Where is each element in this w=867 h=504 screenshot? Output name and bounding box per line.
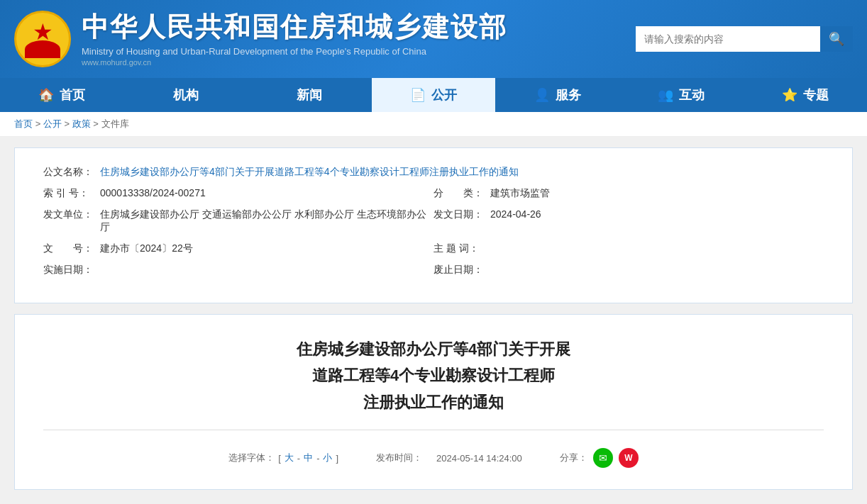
publish-label: 发布时间： bbox=[376, 452, 422, 464]
nav-label-interact: 互动 bbox=[679, 86, 705, 103]
open-icon: 📄 bbox=[410, 87, 426, 103]
service-icon: 👤 bbox=[534, 87, 550, 103]
nav-label-org: 机构 bbox=[173, 86, 199, 103]
doc-effective-label: 实施日期： bbox=[43, 264, 100, 276]
doc-number-value: 建办市〔2024〕22号 bbox=[100, 242, 434, 255]
doc-date-label: 发文日期： bbox=[434, 208, 490, 242]
doc-ref-value: 000013338/2024-00271 bbox=[100, 187, 434, 198]
wechat-icon: ✉ bbox=[599, 452, 607, 464]
weibo-share-button[interactable]: W bbox=[619, 448, 639, 468]
nav-item-org[interactable]: 机构 bbox=[124, 78, 248, 112]
font-size-selector: 选择字体： [ 大 - 中 - 小 ] bbox=[228, 452, 338, 464]
article-divider bbox=[43, 430, 824, 430]
doc-number-keywords-row: 文 号： 建办市〔2024〕22号 主 题 词： bbox=[43, 242, 824, 264]
ministry-url: www.mohurd.gov.cn bbox=[82, 58, 507, 67]
nav-label-news: 新闻 bbox=[297, 86, 322, 103]
nav-item-news[interactable]: 新闻 bbox=[248, 78, 372, 112]
breadcrumb-home[interactable]: 首页 bbox=[14, 118, 33, 129]
article-title-line2: 道路工程等4个专业勘察设计工程师 bbox=[43, 362, 824, 388]
doc-title-value: 住房城乡建设部办公厅等4部门关于开展道路工程等4个专业勘察设计工程师注册执业工作… bbox=[100, 166, 824, 179]
doc-issuer-date-row: 发文单位： 住房城乡建设部办公厅 交通运输部办公公厅 水利部办公厅 生态环境部办… bbox=[43, 208, 824, 242]
logo-area: 中华人民共和国住房和城乡建设部 Ministry of Housing and … bbox=[14, 11, 507, 67]
article-card: 住房城乡建设部办公厅等4部门关于开展 道路工程等4个专业勘察设计工程师 注册执业… bbox=[14, 314, 853, 490]
main-content: 公文名称： 住房城乡建设部办公厅等4部门关于开展道路工程等4个专业勘察设计工程师… bbox=[0, 137, 867, 500]
doc-title-row: 公文名称： 住房城乡建设部办公厅等4部门关于开展道路工程等4个专业勘察设计工程师… bbox=[43, 166, 824, 179]
font-size-label: 选择字体： bbox=[228, 452, 275, 464]
breadcrumb-policy[interactable]: 政策 bbox=[72, 118, 91, 129]
ministry-emblem bbox=[14, 11, 71, 67]
doc-category-label: 分 类： bbox=[434, 187, 490, 208]
breadcrumb: 首页 > 公开 > 政策 > 文件库 bbox=[0, 112, 867, 137]
search-icon: 🔍 bbox=[829, 31, 844, 47]
nav-label-open: 公开 bbox=[431, 86, 457, 103]
nav-item-open[interactable]: 📄 公开 bbox=[372, 78, 496, 112]
doc-category-value: 建筑市场监管 bbox=[490, 187, 550, 208]
breadcrumb-open[interactable]: 公开 bbox=[43, 118, 62, 129]
main-navigation: 🏠 首页 机构 新闻 📄 公开 👤 服务 👥 互动 ⭐ 专题 bbox=[0, 78, 867, 112]
breadcrumb-current: 文件库 bbox=[101, 118, 129, 129]
font-medium-button[interactable]: 中 bbox=[304, 452, 313, 464]
doc-info-card: 公文名称： 住房城乡建设部办公厅等4部门关于开展道路工程等4个专业勘察设计工程师… bbox=[14, 147, 853, 303]
interact-icon: 👥 bbox=[658, 87, 673, 103]
nav-item-interact[interactable]: 👥 互动 bbox=[619, 78, 744, 112]
article-title-line3: 注册执业工作的通知 bbox=[43, 389, 824, 415]
doc-title-label: 公文名称： bbox=[43, 166, 100, 179]
doc-expiry-label: 废止日期： bbox=[434, 264, 490, 285]
publish-date: 2024-05-14 14:24:00 bbox=[436, 453, 522, 464]
article-title: 住房城乡建设部办公厅等4部门关于开展 道路工程等4个专业勘察设计工程师 注册执业… bbox=[43, 336, 824, 415]
nav-label-home: 首页 bbox=[60, 86, 85, 103]
doc-date-value: 2024-04-26 bbox=[490, 208, 541, 242]
wechat-share-button[interactable]: ✉ bbox=[593, 448, 613, 468]
search-button[interactable]: 🔍 bbox=[820, 26, 853, 52]
nav-label-service: 服务 bbox=[556, 86, 581, 103]
ministry-subtitle-en: Ministry of Housing and Urban-Rural Deve… bbox=[82, 46, 507, 57]
doc-effective-expiry-row: 实施日期： 废止日期： bbox=[43, 264, 824, 285]
doc-issuer-value: 住房城乡建设部办公厅 交通运输部办公公厅 水利部办公厅 生态环境部办公厅 bbox=[100, 208, 434, 234]
page-header: 中华人民共和国住房和城乡建设部 Ministry of Housing and … bbox=[0, 0, 867, 112]
doc-ref-label: 索 引 号： bbox=[43, 187, 100, 200]
article-meta: 选择字体： [ 大 - 中 - 小 ] 发布时间： 2024-05-14 14:… bbox=[43, 441, 824, 475]
ministry-title: 中华人民共和国住房和城乡建设部 bbox=[82, 11, 507, 44]
doc-issuer-label: 发文单位： bbox=[43, 208, 100, 221]
nav-item-home[interactable]: 🏠 首页 bbox=[0, 78, 124, 112]
logo-text: 中华人民共和国住房和城乡建设部 Ministry of Housing and … bbox=[82, 11, 507, 67]
nav-label-topic: 专题 bbox=[803, 86, 829, 103]
weibo-icon: W bbox=[624, 453, 632, 463]
doc-ref-category-row: 索 引 号： 000013338/2024-00271 分 类： 建筑市场监管 bbox=[43, 187, 824, 208]
nav-item-service[interactable]: 👤 服务 bbox=[495, 78, 619, 112]
doc-number-label: 文 号： bbox=[43, 242, 100, 255]
font-large-button[interactable]: 大 bbox=[285, 452, 294, 464]
search-area: 🔍 bbox=[636, 26, 853, 52]
font-small-button[interactable]: 小 bbox=[323, 452, 332, 464]
doc-keywords-label: 主 题 词： bbox=[434, 242, 490, 264]
share-label: 分享： bbox=[560, 452, 587, 464]
search-input[interactable] bbox=[636, 26, 820, 52]
share-area: 分享： ✉ W bbox=[560, 448, 639, 468]
nav-item-topic[interactable]: ⭐ 专题 bbox=[743, 78, 867, 112]
article-title-line1: 住房城乡建设部办公厅等4部门关于开展 bbox=[43, 336, 824, 362]
home-icon: 🏠 bbox=[38, 87, 54, 103]
topic-icon: ⭐ bbox=[782, 87, 797, 103]
doc-title-link[interactable]: 住房城乡建设部办公厅等4部门关于开展道路工程等4个专业勘察设计工程师注册执业工作… bbox=[100, 166, 519, 177]
